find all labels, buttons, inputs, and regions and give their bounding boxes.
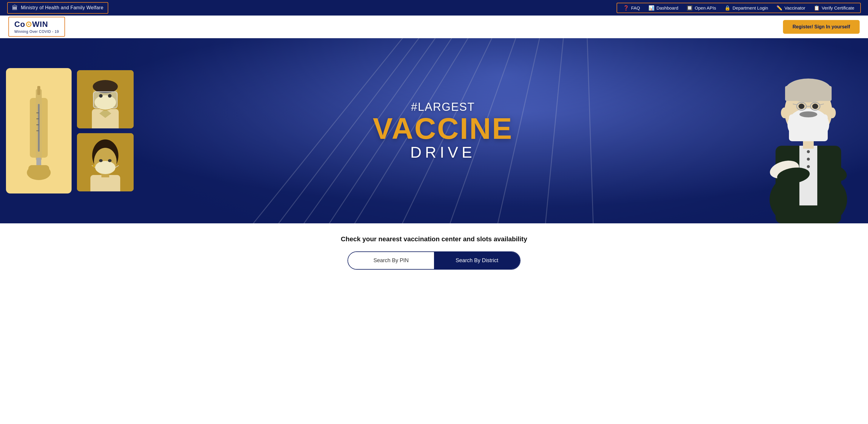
nav-links: ❓ FAQ 📊 Dashboard 🔲 Open APIs 🔒 Departme…: [617, 3, 861, 13]
top-navigation: 🏛 Ministry of Health and Family Welfare …: [0, 0, 868, 16]
register-button[interactable]: Register/ Sign In yourself: [783, 20, 860, 34]
search-section: Check your nearest vaccination center an…: [0, 223, 868, 282]
dept-login-icon: 🔒: [724, 5, 731, 11]
svg-point-41: [99, 159, 103, 162]
nav-verify-cert[interactable]: 📋 Verify Certificate: [814, 5, 854, 11]
ministry-brand: 🏛 Ministry of Health and Family Welfare: [7, 2, 108, 14]
dashboard-icon: 📊: [648, 5, 654, 11]
search-by-pin-tab[interactable]: Search By PIN: [348, 252, 434, 269]
svg-point-64: [781, 108, 788, 118]
verify-cert-icon: 📋: [814, 5, 820, 11]
face-panel-1: [77, 70, 134, 129]
hero-drive-word: DRIVE: [410, 143, 476, 161]
svg-point-66: [807, 150, 810, 153]
masked-person-2-illustration: [77, 133, 134, 191]
pm-svg: [752, 56, 865, 223]
logo-win: WIN: [32, 20, 48, 29]
search-by-district-tab[interactable]: Search By District: [434, 252, 520, 269]
nav-dept-login[interactable]: 🔒 Department Login: [724, 5, 768, 11]
svg-rect-33: [90, 175, 120, 191]
nav-verify-cert-label: Verify Certificate: [822, 5, 854, 10]
svg-point-42: [108, 159, 112, 162]
svg-point-31: [108, 94, 112, 97]
nav-faq-label: FAQ: [631, 5, 640, 10]
hero-right-figure: [743, 38, 868, 223]
hero-vaccine-word: VACCINE: [373, 113, 513, 143]
hero-left-images: [0, 38, 143, 223]
site-header: Co⊙WIN Winning Over COVID - 19 Register/…: [0, 16, 868, 38]
svg-point-54: [799, 111, 817, 117]
hero-banner: #LARGEST VACCINE DRIVE: [0, 38, 868, 223]
svg-rect-63: [785, 86, 832, 101]
logo-dot: ⊙: [25, 20, 32, 29]
svg-rect-21: [28, 165, 49, 177]
hero-content: #LARGEST VACCINE DRIVE: [0, 38, 868, 223]
vaccinator-icon: ✏️: [776, 5, 782, 11]
faq-icon: ❓: [623, 5, 629, 11]
svg-point-67: [807, 158, 810, 161]
nav-dashboard-label: Dashboard: [656, 5, 678, 10]
svg-rect-53: [789, 114, 828, 141]
masked-person-1-illustration: [77, 70, 134, 129]
search-tabs: Search By PIN Search By District: [347, 251, 521, 270]
nav-dashboard[interactable]: 📊 Dashboard: [648, 5, 678, 11]
syringe-panel: [6, 68, 71, 194]
svg-point-29: [95, 95, 116, 110]
logo: Co⊙WIN Winning Over COVID - 19: [8, 17, 65, 37]
svg-point-38: [95, 161, 116, 174]
logo-title: Co⊙WIN: [14, 20, 59, 29]
nav-open-apis[interactable]: 🔲 Open APIs: [687, 5, 716, 11]
face-panels: [77, 70, 134, 191]
svg-point-27: [93, 80, 118, 93]
hero-center-text: #LARGEST VACCINE DRIVE: [143, 101, 743, 161]
nav-vaccinator[interactable]: ✏️ Vaccinator: [776, 5, 805, 11]
svg-point-68: [807, 165, 810, 168]
nav-open-apis-label: Open APIs: [695, 5, 716, 10]
syringe-illustration: [18, 80, 60, 181]
open-apis-icon: 🔲: [687, 5, 692, 11]
nav-faq[interactable]: ❓ FAQ: [623, 5, 640, 11]
svg-rect-15: [38, 104, 40, 152]
logo-co: Co: [14, 20, 25, 29]
svg-rect-13: [37, 86, 40, 95]
ministry-name: Ministry of Health and Family Welfare: [21, 5, 103, 10]
search-title: Check your nearest vaccination center an…: [341, 235, 527, 243]
svg-point-43: [93, 165, 95, 167]
nav-dept-login-label: Department Login: [733, 5, 768, 10]
logo-subtitle: Winning Over COVID - 19: [14, 30, 59, 34]
face-panel-2: [77, 133, 134, 191]
svg-point-65: [829, 108, 836, 118]
pm-illustration: [749, 50, 868, 223]
emblem-icon: 🏛: [12, 4, 18, 11]
svg-point-30: [99, 94, 103, 97]
nav-vaccinator-label: Vaccinator: [784, 5, 805, 10]
svg-point-56: [812, 104, 818, 109]
svg-point-55: [799, 104, 804, 109]
